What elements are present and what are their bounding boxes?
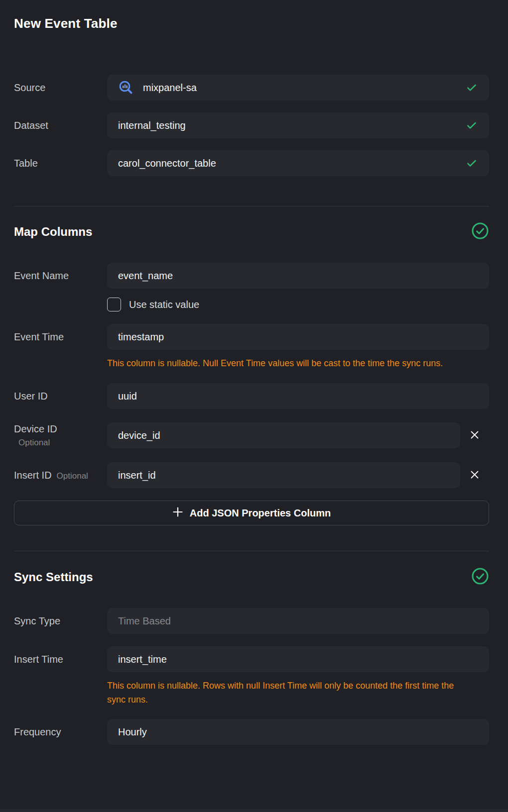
section-divider xyxy=(14,551,489,551)
event-name-row: Event Name event_name xyxy=(14,263,489,289)
device-id-row: Device ID Optional device_id xyxy=(14,422,489,448)
source-input[interactable]: mixpanel-sa xyxy=(107,75,489,101)
check-icon xyxy=(465,157,478,170)
frequency-row: Frequency Hourly xyxy=(14,719,489,745)
insert-time-row: Insert Time insert_time xyxy=(14,646,489,672)
user-id-label: User ID xyxy=(14,391,107,402)
user-id-value: uuid xyxy=(118,391,478,402)
device-id-value: device_id xyxy=(118,430,449,441)
map-columns-heading-row: Map Columns xyxy=(14,222,489,242)
device-id-remove-button[interactable] xyxy=(460,422,489,448)
dataset-label: Dataset xyxy=(14,120,107,131)
event-time-label: Event Time xyxy=(14,331,107,343)
add-json-properties-button[interactable]: Add JSON Properties Column xyxy=(14,501,489,525)
use-static-value-checkbox[interactable] xyxy=(107,298,121,311)
frequency-label: Frequency xyxy=(14,726,107,738)
add-json-properties-label: Add JSON Properties Column xyxy=(190,508,331,519)
x-icon xyxy=(469,429,480,442)
insert-time-warning: This column is nullable. Rows with null … xyxy=(107,679,458,707)
use-static-value-row: Use static value xyxy=(107,298,489,311)
event-time-input[interactable]: timestamp xyxy=(107,324,489,350)
page-title: New Event Table xyxy=(14,15,489,32)
insert-id-label: Insert ID Optional xyxy=(14,470,107,481)
frequency-input[interactable]: Hourly xyxy=(107,719,489,745)
source-row: Source mixpanel-sa xyxy=(14,75,489,101)
device-id-optional-label: Optional xyxy=(14,438,107,448)
event-time-warning: This column is nullable. Null Event Time… xyxy=(107,356,458,370)
insert-time-input[interactable]: insert_time xyxy=(107,646,489,672)
sync-type-row: Sync Type Time Based xyxy=(14,608,489,634)
insert-id-input[interactable]: insert_id xyxy=(107,462,460,488)
sync-settings-heading: Sync Settings xyxy=(14,570,93,584)
event-name-label: Event Name xyxy=(14,270,107,282)
table-input[interactable]: carol_connector_table xyxy=(107,150,489,176)
event-name-value: event_name xyxy=(118,270,478,282)
dataset-row: Dataset internal_testing xyxy=(14,112,489,138)
dataset-input[interactable]: internal_testing xyxy=(107,112,489,138)
circle-check-icon xyxy=(471,222,489,242)
insert-id-value: insert_id xyxy=(118,470,449,481)
table-value: carol_connector_table xyxy=(118,158,459,169)
source-label: Source xyxy=(14,82,107,94)
insert-id-row: Insert ID Optional insert_id xyxy=(14,462,489,488)
source-value: mixpanel-sa xyxy=(143,82,459,94)
map-columns-heading: Map Columns xyxy=(14,225,92,239)
insert-id-optional-label: Optional xyxy=(57,471,88,481)
section-divider xyxy=(14,206,489,206)
check-icon xyxy=(465,81,478,94)
sync-type-value: Time Based xyxy=(118,615,478,627)
frequency-value: Hourly xyxy=(118,726,478,738)
dataset-value: internal_testing xyxy=(118,120,459,131)
insert-time-value: insert_time xyxy=(118,654,478,665)
device-id-label: Device ID Optional xyxy=(14,423,107,448)
user-id-input[interactable]: uuid xyxy=(107,383,489,409)
device-id-input[interactable]: device_id xyxy=(107,422,460,448)
circle-check-icon xyxy=(471,567,489,587)
sync-type-label: Sync Type xyxy=(14,615,107,627)
insert-time-label: Insert Time xyxy=(14,654,107,665)
table-label: Table xyxy=(14,158,107,169)
new-event-table-form: New Event Table Source mixpanel-sa Datas… xyxy=(0,0,508,745)
table-row: Table carol_connector_table xyxy=(14,150,489,176)
event-name-input[interactable]: event_name xyxy=(107,263,489,289)
user-id-row: User ID uuid xyxy=(14,383,489,409)
sync-type-input: Time Based xyxy=(107,608,489,634)
footer-edge xyxy=(0,809,508,812)
check-icon xyxy=(465,119,478,132)
x-icon xyxy=(469,469,480,482)
event-time-value: timestamp xyxy=(118,331,478,343)
event-time-row: Event Time timestamp xyxy=(14,324,489,350)
sync-settings-heading-row: Sync Settings xyxy=(14,567,489,587)
use-static-value-label: Use static value xyxy=(129,299,199,310)
insert-id-remove-button[interactable] xyxy=(460,462,489,488)
plus-icon xyxy=(172,507,183,520)
bigquery-source-icon xyxy=(118,80,134,96)
